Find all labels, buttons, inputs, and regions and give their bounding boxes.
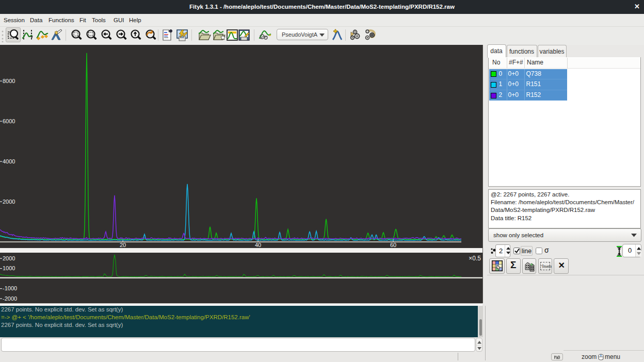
svg-text:-1000: -1000 [3, 285, 17, 291]
svg-text:-2000: -2000 [3, 295, 17, 302]
svg-text:8000: 8000 [3, 78, 15, 84]
svg-text:1000: 1000 [3, 265, 15, 271]
svg-text:60: 60 [390, 242, 396, 248]
svg-text:40: 40 [255, 242, 261, 248]
svg-text:20: 20 [120, 242, 126, 248]
svg-text:2000: 2000 [3, 255, 15, 261]
svg-text:×0.5: ×0.5 [469, 255, 481, 262]
svg-text:2000: 2000 [3, 199, 15, 205]
svg-text:6000: 6000 [3, 118, 15, 124]
svg-text:4000: 4000 [3, 158, 15, 164]
